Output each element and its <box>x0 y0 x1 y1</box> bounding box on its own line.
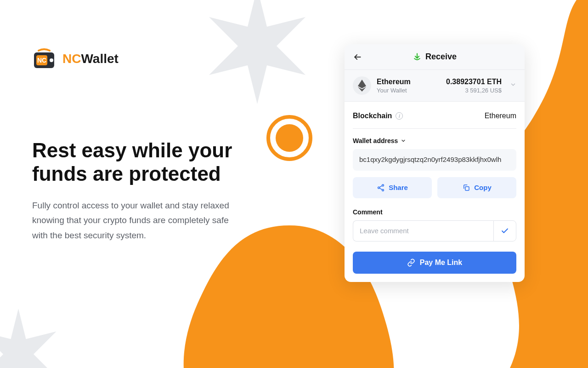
svg-point-10 <box>378 187 380 189</box>
pay-me-link-label: Pay Me Link <box>420 259 462 267</box>
asset-subtitle: Your Wallet <box>377 87 441 94</box>
blockchain-label: Blockchain <box>353 112 392 120</box>
svg-point-1 <box>276 124 303 152</box>
wallet-address[interactable]: bc1qxy2kgdygjrsqtzq2n0yrf2493p83kkfjhx0w… <box>353 149 516 171</box>
svg-marker-7 <box>358 80 366 88</box>
card-header: Receive <box>345 44 525 70</box>
blockchain-row: Blockchain i Ethereum <box>353 112 516 129</box>
svg-line-13 <box>379 188 382 189</box>
svg-line-12 <box>379 185 382 187</box>
brand-logo: NC NCWallet <box>32 48 262 70</box>
arrow-left-icon <box>353 52 362 62</box>
receive-icon <box>413 52 422 62</box>
check-icon <box>501 227 509 235</box>
asset-name: Ethereum <box>377 78 441 86</box>
svg-point-11 <box>382 189 384 191</box>
brand-name: NCWallet <box>62 52 119 66</box>
decorative-circle-icon <box>266 115 312 161</box>
info-icon[interactable]: i <box>396 112 403 120</box>
asset-selector[interactable]: Ethereum Your Wallet 0.38923701 ETH 3 59… <box>345 70 525 102</box>
svg-point-9 <box>382 184 384 186</box>
decorative-star-icon <box>0 304 69 368</box>
hero-headline: Rest easy while your funds are protected <box>32 139 262 185</box>
svg-rect-14 <box>465 186 469 190</box>
pay-me-link-button[interactable]: Pay Me Link <box>353 252 516 274</box>
asset-fiat: 3 591,26 US$ <box>446 87 502 94</box>
address-label: Wallet address <box>353 137 398 144</box>
share-label: Share <box>389 184 408 191</box>
asset-amount: 0.38923701 ETH <box>446 78 502 86</box>
comment-input[interactable] <box>353 220 493 242</box>
address-label-row[interactable]: Wallet address <box>353 137 516 144</box>
svg-point-5 <box>50 58 53 62</box>
copy-icon <box>462 184 470 192</box>
share-icon <box>377 184 385 192</box>
wallet-logo-icon: NC <box>32 48 56 70</box>
comment-confirm-button[interactable] <box>493 220 516 242</box>
copy-label: Copy <box>474 184 492 191</box>
back-button[interactable] <box>351 51 364 63</box>
share-button[interactable]: Share <box>353 177 432 198</box>
chevron-down-icon <box>510 81 516 90</box>
comment-label: Comment <box>353 208 516 216</box>
blockchain-value: Ethereum <box>485 112 516 120</box>
card-title: Receive <box>425 52 457 62</box>
receive-card: Receive Ethereum Your Wallet 0.38923701 … <box>345 44 525 282</box>
link-icon <box>407 259 415 267</box>
chevron-down-icon <box>401 138 406 144</box>
hero-subtext: Fully control access to your wallet and … <box>32 198 239 243</box>
ethereum-icon <box>353 76 371 95</box>
svg-text:NC: NC <box>37 57 46 64</box>
copy-button[interactable]: Copy <box>437 177 516 198</box>
